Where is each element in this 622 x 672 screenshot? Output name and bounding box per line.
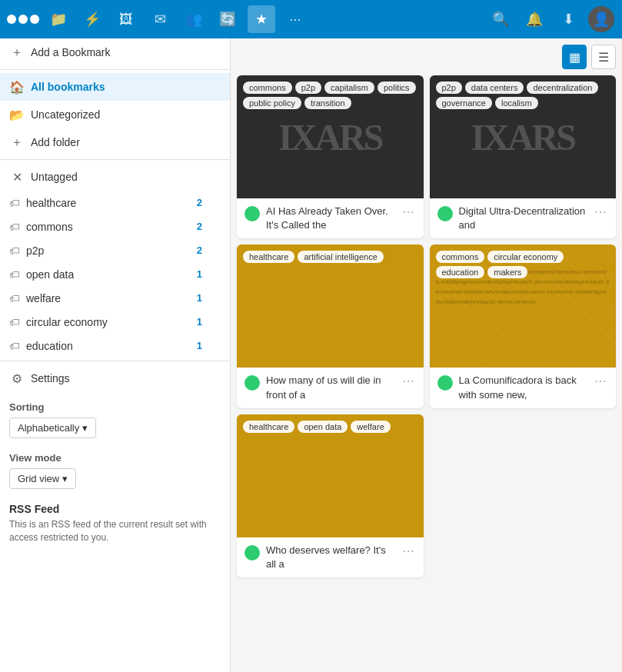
tag-chip[interactable]: localism [495, 97, 538, 109]
tag-chip[interactable]: p2p [295, 82, 321, 94]
files-icon[interactable]: 📁 [45, 5, 72, 33]
view-mode-dropdown[interactable]: Grid view ▾ [9, 468, 76, 489]
uncategorized-nav[interactable]: 📂 Uncategorized [0, 101, 230, 128]
more-apps-icon[interactable]: ··· [281, 5, 309, 33]
sidebar: ＋ Add a Bookmark 🏠 All bookmarks 📂 Uncat… [0, 38, 231, 672]
card-thumbnail: healthcare open data welfare [237, 414, 424, 537]
tag-chip[interactable]: p2p [436, 82, 462, 94]
add-bookmark-button[interactable]: ＋ Add a Bookmark [0, 38, 230, 66]
card-thumbnail: IXARS commons p2p capitalism politics pu… [237, 75, 424, 198]
gear-icon: ⚙ [9, 371, 25, 386]
tag-healthcare[interactable]: 🏷 healthcare 2 ⋯ [0, 191, 230, 215]
bookmarks-icon[interactable]: ★ [248, 5, 275, 33]
download-icon[interactable]: ⬇ [554, 5, 582, 33]
card-thumbnail: healthcare artificial intelligence [237, 245, 424, 368]
plus-icon: ＋ [9, 135, 25, 150]
all-bookmarks-nav[interactable]: 🏠 All bookmarks [0, 73, 230, 101]
content-area: ▦ ☰ IXARS commons p2p capitalism politic… [231, 38, 622, 672]
tag-icon: 🏷 [9, 292, 20, 304]
tag-chip[interactable]: circular economy [487, 251, 564, 263]
top-navigation: 📁 ⚡ 🖼 ✉ 👥 🔄 ★ ··· 🔍 🔔 ⬇ 👤 [0, 0, 622, 38]
tag-icon: 🏷 [9, 316, 20, 328]
bookmark-card: IXARS commons p2p capitalism politics pu… [237, 75, 424, 238]
search-icon[interactable]: 🔍 [487, 5, 514, 33]
tag-icon: 🏷 [9, 268, 20, 281]
photos-icon[interactable]: 🖼 [112, 5, 140, 33]
tag-circular-economy[interactable]: 🏷 circular economy 1 ⋯ [0, 310, 230, 334]
tag-chip[interactable]: public policy [243, 97, 301, 109]
notifications-icon[interactable]: 🔔 [521, 5, 548, 33]
tag-chip[interactable]: commons [436, 251, 485, 263]
favicon [437, 206, 453, 221]
rss-section: RSS Feed This is an RSS feed of the curr… [0, 494, 230, 549]
tag-icon: 🏷 [9, 245, 20, 257]
tag-icon: 🏷 [9, 221, 20, 233]
add-folder-button[interactable]: ＋ Add folder [0, 128, 230, 156]
tag-commons[interactable]: 🏷 commons 2 ⋯ [0, 215, 230, 238]
card-thumbnail: depreciació decrecimientointercanvimaker… [430, 245, 617, 368]
bookmark-card: IXARS p2p data centers decentralization … [430, 75, 617, 238]
activity-icon[interactable]: ⚡ [78, 5, 106, 33]
tag-chip[interactable]: education [436, 266, 485, 278]
tag-chip[interactable]: politics [378, 82, 416, 94]
folder-icon: 📂 [9, 107, 25, 122]
bookmark-card: depreciació decrecimientointercanvimaker… [430, 245, 617, 408]
home-icon: 🏠 [9, 79, 25, 95]
bookmark-card: healthcare artificial intelligence How m… [237, 245, 424, 408]
card-more-button[interactable]: ⋯ [593, 205, 608, 219]
mail-icon[interactable]: ✉ [146, 5, 174, 33]
tag-chip[interactable]: transition [304, 97, 351, 109]
card-more-button[interactable]: ⋯ [401, 374, 416, 388]
tag-welfare[interactable]: 🏷 welfare 1 ⋯ [0, 286, 230, 310]
list-icon: ☰ [598, 50, 609, 65]
tag-chip[interactable]: capitalism [324, 82, 374, 94]
chevron-down-icon: ▾ [62, 473, 68, 484]
content-toolbar: ▦ ☰ [237, 45, 616, 69]
chevron-down-icon: ▾ [82, 422, 88, 434]
list-view-button[interactable]: ☰ [591, 45, 616, 69]
tag-chip[interactable]: welfare [351, 421, 390, 433]
tag-chip[interactable]: makers [487, 266, 527, 278]
tag-chip[interactable]: decentralization [527, 82, 598, 94]
bookmarks-grid: IXARS commons p2p capitalism politics pu… [237, 75, 616, 577]
contacts-icon[interactable]: 👥 [180, 5, 208, 33]
tag-chip[interactable]: governance [436, 97, 493, 109]
tag-education[interactable]: 🏷 education 1 ⋯ [0, 334, 230, 358]
grid-view-button[interactable]: ▦ [562, 45, 587, 69]
sync-icon[interactable]: 🔄 [214, 5, 241, 33]
tag-chip[interactable]: data centers [465, 82, 524, 94]
grid-icon: ▦ [569, 50, 580, 65]
favicon [244, 375, 260, 391]
favicon [437, 375, 453, 391]
tag-open-data[interactable]: 🏷 open data 1 ⋯ [0, 262, 230, 286]
sorting-section: Sorting Alphabetically ▾ [0, 392, 230, 443]
tag-chip[interactable]: commons [243, 82, 292, 94]
tag-icon: 🏷 [9, 197, 20, 209]
card-thumbnail: IXARS p2p data centers decentralization … [430, 75, 617, 198]
settings-nav[interactable]: ⚙ Settings [0, 364, 230, 392]
bookmark-card: healthcare open data welfare Who deserve… [237, 414, 424, 577]
tag-chip[interactable]: healthcare [243, 421, 294, 433]
tag-p2p[interactable]: 🏷 p2p 2 ⋯ [0, 238, 230, 262]
view-mode-section: View mode Grid view ▾ [0, 443, 230, 494]
tag-icon: 🏷 [9, 340, 20, 352]
untagged-nav[interactable]: ✕ Untagged [0, 163, 230, 191]
x-icon: ✕ [9, 169, 25, 185]
app-logo[interactable] [8, 4, 38, 35]
favicon [244, 545, 260, 561]
tag-chip[interactable]: healthcare [243, 251, 294, 263]
card-more-button[interactable]: ⋯ [401, 544, 416, 558]
sort-dropdown[interactable]: Alphabetically ▾ [9, 418, 96, 438]
tag-chip[interactable]: artificial intelligence [298, 251, 383, 263]
user-avatar[interactable]: 👤 [588, 6, 614, 32]
plus-icon: ＋ [9, 45, 25, 60]
card-more-button[interactable]: ⋯ [593, 374, 608, 388]
tag-chip[interactable]: open data [298, 421, 348, 433]
favicon [244, 206, 260, 221]
card-more-button[interactable]: ⋯ [401, 205, 416, 219]
